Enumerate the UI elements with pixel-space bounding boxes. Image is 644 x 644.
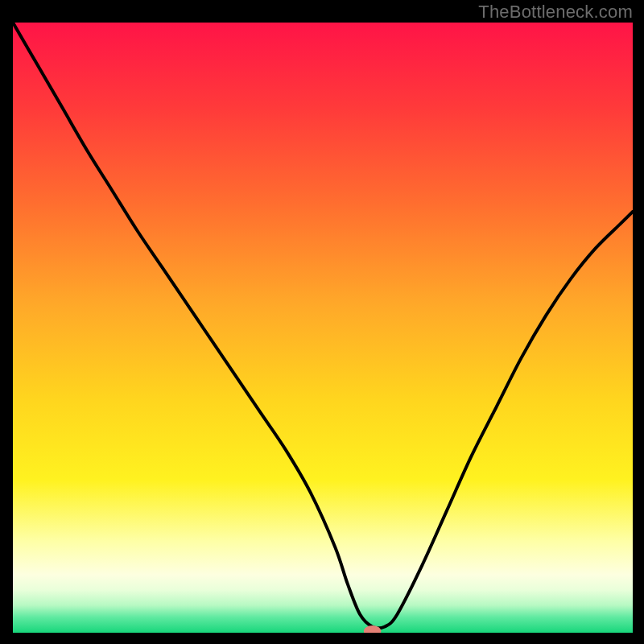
watermark-text: TheBottleneck.com bbox=[478, 2, 633, 23]
chart-svg bbox=[13, 23, 633, 633]
chart-frame: TheBottleneck.com bbox=[0, 0, 644, 644]
chart-plot bbox=[13, 23, 633, 633]
